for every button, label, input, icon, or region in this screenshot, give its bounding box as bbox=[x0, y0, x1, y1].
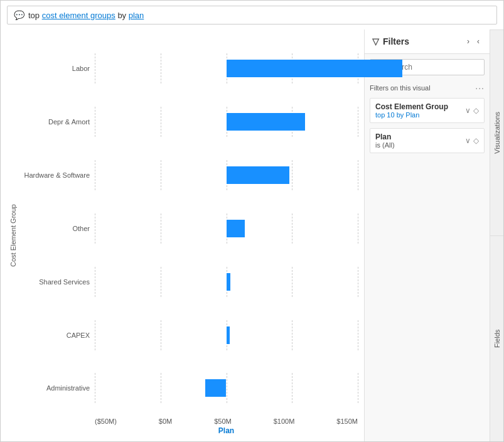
filters-header: ▽ Filters › ‹ bbox=[365, 30, 490, 54]
highlight-plan: plan bbox=[129, 11, 144, 20]
filters-label: Filters bbox=[383, 36, 409, 46]
grid-line bbox=[292, 213, 292, 244]
filter-card-plan-icons: ∨ ◇ bbox=[465, 136, 479, 145]
grid-line bbox=[95, 160, 95, 190]
grid-line bbox=[161, 53, 161, 84]
row-label: Administrative bbox=[19, 384, 95, 392]
chart-row: Other bbox=[19, 213, 358, 244]
x-axis-label: $50M bbox=[214, 418, 232, 425]
x-axis-label: ($50M) bbox=[95, 418, 117, 425]
tab-visualizations-label: Visualizations bbox=[493, 112, 501, 154]
grid-line bbox=[358, 320, 358, 350]
filter-card-plan-info: Plan is (All) bbox=[375, 132, 395, 149]
chart-row: CAPEX bbox=[19, 320, 358, 350]
tab-fields[interactable]: Fields bbox=[490, 235, 503, 441]
bar-container bbox=[95, 107, 358, 137]
chart-area: Cost Element Group LaborDepr & AmortHard… bbox=[1, 30, 364, 441]
bar bbox=[227, 166, 290, 184]
grid-line bbox=[292, 373, 292, 403]
side-tabs: Visualizations Fields bbox=[490, 30, 503, 441]
row-label: Labor bbox=[19, 65, 95, 72]
chart-row: Hardware & Software bbox=[19, 160, 358, 190]
row-label: CAPEX bbox=[19, 332, 95, 339]
nav-back-arrow[interactable]: › bbox=[464, 36, 472, 47]
grid-line bbox=[358, 373, 358, 403]
row-label: Other bbox=[19, 225, 95, 232]
highlight-cost: cost element groups bbox=[42, 11, 115, 20]
chart-row: Shared Services bbox=[19, 267, 358, 297]
bar-container bbox=[95, 373, 358, 403]
grid-line bbox=[161, 320, 161, 350]
bar bbox=[227, 273, 230, 291]
bar bbox=[227, 220, 245, 237]
main-area: Cost Element Group LaborDepr & AmortHard… bbox=[1, 30, 503, 441]
filters-section-label: Filters on this visual ··· bbox=[365, 80, 490, 95]
filters-title: ▽ Filters bbox=[372, 36, 409, 46]
grid-line bbox=[95, 373, 95, 403]
chart-row: Administrative bbox=[19, 373, 358, 403]
grid-line bbox=[95, 107, 95, 137]
grid-line bbox=[95, 267, 95, 297]
plan-chevron-icon[interactable]: ∨ bbox=[465, 136, 471, 145]
bar-chart: LaborDepr & AmortHardware & SoftwareOthe… bbox=[19, 36, 364, 415]
filter-card-cost-title: Cost Element Group bbox=[375, 102, 448, 111]
x-axis-label: $100M bbox=[274, 418, 295, 425]
bar-container bbox=[95, 213, 358, 244]
filter-card-cost-header: Cost Element Group top 10 by Plan ∨ ◇ bbox=[375, 102, 479, 119]
row-label: Hardware & Software bbox=[19, 171, 95, 179]
main-container: 💬 top cost element groups by plan Cost E… bbox=[1, 1, 503, 441]
grid-line bbox=[292, 160, 292, 190]
filters-on-visual-text: Filters on this visual bbox=[370, 84, 431, 92]
query-bar: 💬 top cost element groups by plan bbox=[7, 6, 497, 24]
tab-fields-label: Fields bbox=[493, 330, 501, 348]
y-axis-label: Cost Element Group bbox=[7, 36, 19, 435]
filter-funnel-icon: ▽ bbox=[372, 36, 379, 46]
query-text: top cost element groups by plan bbox=[28, 11, 144, 20]
filters-nav: › ‹ bbox=[464, 36, 482, 47]
query-icon: 💬 bbox=[14, 10, 24, 20]
bar bbox=[227, 326, 230, 344]
bar-container bbox=[95, 160, 358, 190]
filter-card-cost-info: Cost Element Group top 10 by Plan bbox=[375, 102, 448, 119]
filter-card-cost-icons: ∨ ◇ bbox=[465, 106, 479, 115]
cost-clear-icon[interactable]: ◇ bbox=[473, 106, 479, 115]
grid-lines bbox=[95, 373, 358, 403]
bar bbox=[227, 60, 403, 77]
filter-card-plan-header: Plan is (All) ∨ ◇ bbox=[375, 132, 479, 149]
nav-forward-arrow[interactable]: ‹ bbox=[475, 36, 482, 47]
filter-card-cost-subtitle: top 10 by Plan bbox=[375, 111, 448, 119]
grid-line bbox=[95, 53, 95, 84]
plan-clear-icon[interactable]: ◇ bbox=[473, 136, 479, 145]
grid-line bbox=[358, 160, 358, 190]
x-axis-title: Plan bbox=[19, 426, 364, 435]
filters-ellipsis[interactable]: ··· bbox=[475, 83, 485, 93]
cost-chevron-icon[interactable]: ∨ bbox=[465, 106, 471, 115]
grid-line bbox=[358, 107, 358, 137]
grid-line bbox=[95, 320, 95, 350]
grid-line bbox=[161, 213, 161, 244]
bar-container bbox=[95, 53, 358, 84]
grid-line bbox=[161, 160, 161, 190]
grid-line bbox=[161, 267, 161, 297]
bar-container bbox=[95, 320, 358, 350]
filter-card-plan-title: Plan bbox=[375, 132, 395, 141]
x-axis-label: $0M bbox=[159, 418, 172, 425]
tab-visualizations[interactable]: Visualizations bbox=[490, 30, 503, 235]
filter-card-cost-element: Cost Element Group top 10 by Plan ∨ ◇ bbox=[370, 98, 485, 123]
right-panel: ▽ Filters › ‹ 🔍 Filters on this visual ·… bbox=[364, 30, 490, 441]
bar-container bbox=[95, 267, 358, 297]
chart-inner: LaborDepr & AmortHardware & SoftwareOthe… bbox=[19, 36, 364, 435]
bar bbox=[227, 113, 306, 131]
grid-line bbox=[161, 373, 161, 403]
grid-line bbox=[95, 213, 95, 244]
x-axis-label: $150M bbox=[336, 418, 358, 425]
grid-line bbox=[292, 267, 292, 297]
x-labels: ($50M)$0M$50M$100M$150M bbox=[95, 418, 364, 425]
chart-row: Labor bbox=[19, 53, 358, 84]
row-label: Shared Services bbox=[19, 278, 95, 286]
grid-line bbox=[161, 107, 161, 137]
grid-line bbox=[358, 213, 358, 244]
grid-line bbox=[227, 373, 227, 403]
bar bbox=[205, 379, 227, 397]
grid-line bbox=[292, 320, 292, 350]
